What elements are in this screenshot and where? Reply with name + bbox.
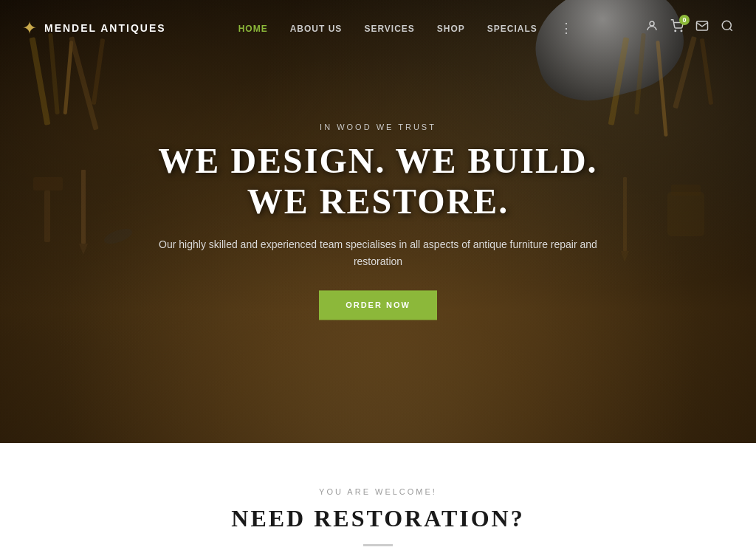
svg-point-20 (675, 30, 676, 32)
svg-marker-18 (621, 251, 629, 262)
nav-links: HOME ABOUT US SERVICES SHOP SPECIALS ⋮ (238, 20, 573, 36)
logo-icon: ✦ (22, 18, 37, 38)
svg-marker-8 (79, 244, 88, 255)
svg-point-22 (722, 21, 731, 30)
order-now-button[interactable]: ORDER NOW (319, 291, 437, 320)
below-tagline: YOU ARE WELCOME! (22, 487, 734, 496)
svg-rect-6 (44, 190, 50, 242)
nav-link-home[interactable]: HOME (238, 24, 268, 34)
nav-item-shop[interactable]: SHOP (437, 21, 465, 35)
tools-decoration-right (601, 30, 734, 325)
svg-rect-5 (33, 177, 63, 190)
below-title: NEED RESTORATION? (22, 505, 734, 532)
svg-line-23 (729, 28, 732, 30)
svg-point-9 (102, 226, 134, 247)
nav-item-services[interactable]: SERVICES (364, 21, 414, 35)
hero-tagline: IN WOOD WE TRUST (157, 123, 599, 131)
svg-rect-16 (671, 185, 701, 196)
nav-item-about[interactable]: ABOUT US (290, 21, 343, 35)
nav-icons: 0 (645, 19, 734, 36)
hero-title: WE DESIGN. WE BUILD. WE RESTORE. (157, 140, 599, 221)
svg-point-21 (681, 30, 682, 32)
search-icon[interactable] (721, 19, 734, 36)
hero-title-line2: WE RESTORE. (247, 182, 509, 221)
nav-item-home[interactable]: HOME (238, 21, 268, 35)
nav-link-about[interactable]: ABOUT US (290, 24, 343, 34)
tools-decoration-left (22, 30, 155, 325)
nav-more-menu[interactable]: ⋮ (560, 20, 573, 36)
cart-badge: 0 (679, 15, 690, 25)
hero-title-line1: WE DESIGN. WE BUILD. (158, 141, 597, 180)
nav-link-specials[interactable]: SPECIALS (487, 24, 537, 34)
svg-rect-17 (623, 177, 627, 251)
logo-area: ✦ MENDEL ANTIQUES (22, 18, 166, 38)
hero-section: ✦ MENDEL ANTIQUES HOME ABOUT US SERVICES… (0, 0, 756, 443)
below-hero-section: YOU ARE WELCOME! NEED RESTORATION? (0, 443, 756, 550)
hero-description: Our highly skilled and experienced team … (157, 237, 599, 270)
hero-content: IN WOOD WE TRUST WE DESIGN. WE BUILD. WE… (157, 123, 599, 320)
navbar: ✦ MENDEL ANTIQUES HOME ABOUT US SERVICES… (0, 0, 756, 55)
svg-rect-15 (667, 192, 704, 236)
brand-name: MENDEL ANTIQUES (44, 22, 166, 34)
below-divider (363, 544, 393, 546)
mail-icon[interactable] (695, 19, 709, 36)
more-icon[interactable]: ⋮ (560, 20, 573, 36)
nav-item-specials[interactable]: SPECIALS (487, 21, 537, 35)
svg-rect-7 (81, 170, 86, 244)
nav-link-services[interactable]: SERVICES (364, 24, 414, 34)
svg-point-19 (650, 21, 654, 26)
nav-link-shop[interactable]: SHOP (437, 24, 465, 34)
cart-icon[interactable]: 0 (670, 19, 684, 36)
user-icon[interactable] (645, 19, 659, 36)
